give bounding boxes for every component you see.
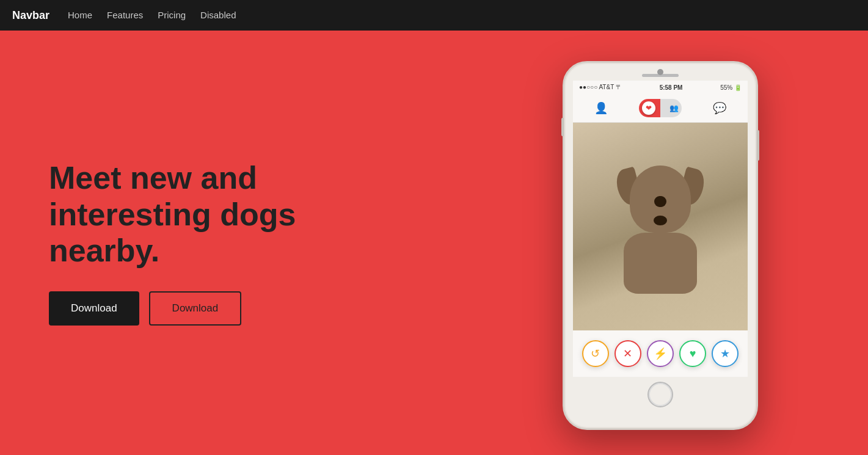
phone-top: [573, 74, 748, 77]
nav-item-pricing[interactable]: Pricing: [158, 10, 186, 21]
dog-photo: [573, 123, 748, 330]
dog-eye-right: [654, 196, 665, 207]
phone-mockup-container: ●●○○○ AT&T 〒 5:58 PM 55% 🔋 👤 ❤ 👥 💬: [563, 61, 758, 430]
undo-button[interactable]: ↺: [582, 340, 609, 367]
action-buttons: ↺ ✕ ⚡ ♥ ★: [573, 330, 748, 377]
hero-content: Meet new and interesting dogs nearby. Do…: [0, 123, 367, 362]
match-toggle[interactable]: ❤ 👥: [639, 99, 682, 117]
nav-link-disabled[interactable]: Disabled: [200, 10, 236, 20]
phone-camera: [657, 69, 663, 75]
boost-button[interactable]: ⚡: [647, 340, 674, 367]
phone-mockup: ●●○○○ AT&T 〒 5:58 PM 55% 🔋 👤 ❤ 👥 💬: [563, 61, 758, 430]
status-carrier: ●●○○○ AT&T 〒: [579, 83, 622, 92]
messages-icon: 💬: [713, 101, 726, 115]
nav-link-features[interactable]: Features: [107, 10, 143, 20]
nav-item-home[interactable]: Home: [68, 10, 92, 21]
nav-item-disabled[interactable]: Disabled: [200, 10, 236, 21]
nav-link-home[interactable]: Home: [68, 10, 92, 20]
status-icons: 55% 🔋: [720, 84, 742, 91]
status-time: 5:58 PM: [660, 84, 683, 91]
app-header: 👤 ❤ 👥 💬: [573, 94, 748, 123]
dog-body: [624, 233, 697, 294]
status-bar: ●●○○○ AT&T 〒 5:58 PM 55% 🔋: [573, 81, 748, 94]
download-secondary-button[interactable]: Download: [149, 291, 242, 326]
toggle-group-icon: 👥: [669, 104, 679, 112]
dog-head: [630, 166, 691, 233]
hero-buttons: Download Download: [49, 291, 318, 326]
download-primary-button[interactable]: Download: [49, 291, 139, 326]
nav-link-pricing[interactable]: Pricing: [158, 10, 186, 20]
toggle-dot: ❤: [642, 101, 655, 115]
navbar-links: Home Features Pricing Disabled: [68, 10, 236, 21]
nope-button[interactable]: ✕: [615, 340, 641, 367]
profile-icon: 👤: [594, 101, 608, 115]
navbar: Navbar Home Features Pricing Disabled: [0, 0, 868, 31]
home-button[interactable]: [647, 382, 673, 407]
toggle-heart-icon: ❤: [646, 104, 652, 112]
nav-item-features[interactable]: Features: [107, 10, 143, 21]
navbar-brand: Navbar: [12, 9, 49, 22]
dog-nose: [654, 216, 667, 225]
hero-title: Meet new and interesting dogs nearby.: [49, 160, 318, 269]
phone-home-area: [573, 377, 748, 410]
dog-silhouette: [611, 159, 709, 294]
superlike-button[interactable]: ★: [712, 340, 739, 367]
like-button[interactable]: ♥: [679, 340, 706, 367]
hero-section: Meet new and interesting dogs nearby. Do…: [0, 31, 868, 455]
